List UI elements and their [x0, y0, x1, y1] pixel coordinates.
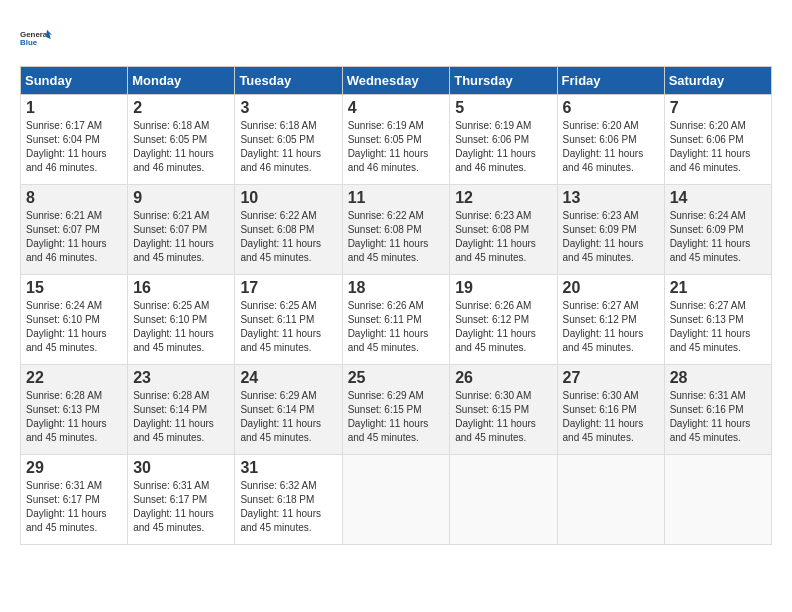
- header-day-monday: Monday: [128, 67, 235, 95]
- day-info: Sunrise: 6:20 AM Sunset: 6:06 PM Dayligh…: [670, 119, 766, 175]
- calendar-cell: [450, 455, 557, 545]
- calendar-cell: 5 Sunrise: 6:19 AM Sunset: 6:06 PM Dayli…: [450, 95, 557, 185]
- header-day-sunday: Sunday: [21, 67, 128, 95]
- day-number: 10: [240, 189, 336, 207]
- day-info: Sunrise: 6:21 AM Sunset: 6:07 PM Dayligh…: [133, 209, 229, 265]
- day-number: 21: [670, 279, 766, 297]
- day-info: Sunrise: 6:26 AM Sunset: 6:12 PM Dayligh…: [455, 299, 551, 355]
- day-info: Sunrise: 6:29 AM Sunset: 6:14 PM Dayligh…: [240, 389, 336, 445]
- calendar-cell: 19 Sunrise: 6:26 AM Sunset: 6:12 PM Dayl…: [450, 275, 557, 365]
- calendar-week-row: 15 Sunrise: 6:24 AM Sunset: 6:10 PM Dayl…: [21, 275, 772, 365]
- calendar-cell: 26 Sunrise: 6:30 AM Sunset: 6:15 PM Dayl…: [450, 365, 557, 455]
- day-info: Sunrise: 6:24 AM Sunset: 6:10 PM Dayligh…: [26, 299, 122, 355]
- day-number: 19: [455, 279, 551, 297]
- calendar-cell: 1 Sunrise: 6:17 AM Sunset: 6:04 PM Dayli…: [21, 95, 128, 185]
- day-info: Sunrise: 6:22 AM Sunset: 6:08 PM Dayligh…: [240, 209, 336, 265]
- day-info: Sunrise: 6:29 AM Sunset: 6:15 PM Dayligh…: [348, 389, 445, 445]
- header-day-saturday: Saturday: [664, 67, 771, 95]
- calendar-cell: 17 Sunrise: 6:25 AM Sunset: 6:11 PM Dayl…: [235, 275, 342, 365]
- day-number: 27: [563, 369, 659, 387]
- day-info: Sunrise: 6:31 AM Sunset: 6:17 PM Dayligh…: [26, 479, 122, 535]
- day-number: 24: [240, 369, 336, 387]
- day-info: Sunrise: 6:17 AM Sunset: 6:04 PM Dayligh…: [26, 119, 122, 175]
- day-number: 12: [455, 189, 551, 207]
- calendar-cell: 15 Sunrise: 6:24 AM Sunset: 6:10 PM Dayl…: [21, 275, 128, 365]
- day-number: 16: [133, 279, 229, 297]
- day-number: 6: [563, 99, 659, 117]
- day-number: 8: [26, 189, 122, 207]
- calendar-cell: 11 Sunrise: 6:22 AM Sunset: 6:08 PM Dayl…: [342, 185, 450, 275]
- day-info: Sunrise: 6:20 AM Sunset: 6:06 PM Dayligh…: [563, 119, 659, 175]
- calendar-cell: 4 Sunrise: 6:19 AM Sunset: 6:05 PM Dayli…: [342, 95, 450, 185]
- calendar-cell: [557, 455, 664, 545]
- calendar-cell: 8 Sunrise: 6:21 AM Sunset: 6:07 PM Dayli…: [21, 185, 128, 275]
- header-day-tuesday: Tuesday: [235, 67, 342, 95]
- calendar-week-row: 1 Sunrise: 6:17 AM Sunset: 6:04 PM Dayli…: [21, 95, 772, 185]
- day-number: 20: [563, 279, 659, 297]
- calendar-cell: 29 Sunrise: 6:31 AM Sunset: 6:17 PM Dayl…: [21, 455, 128, 545]
- day-info: Sunrise: 6:18 AM Sunset: 6:05 PM Dayligh…: [133, 119, 229, 175]
- day-info: Sunrise: 6:31 AM Sunset: 6:17 PM Dayligh…: [133, 479, 229, 535]
- header-day-friday: Friday: [557, 67, 664, 95]
- day-number: 14: [670, 189, 766, 207]
- calendar-cell: 3 Sunrise: 6:18 AM Sunset: 6:05 PM Dayli…: [235, 95, 342, 185]
- day-info: Sunrise: 6:31 AM Sunset: 6:16 PM Dayligh…: [670, 389, 766, 445]
- day-info: Sunrise: 6:26 AM Sunset: 6:11 PM Dayligh…: [348, 299, 445, 355]
- page-header: GeneralBlue: [20, 20, 772, 56]
- day-number: 13: [563, 189, 659, 207]
- calendar-week-row: 8 Sunrise: 6:21 AM Sunset: 6:07 PM Dayli…: [21, 185, 772, 275]
- day-info: Sunrise: 6:18 AM Sunset: 6:05 PM Dayligh…: [240, 119, 336, 175]
- calendar-cell: 31 Sunrise: 6:32 AM Sunset: 6:18 PM Dayl…: [235, 455, 342, 545]
- calendar-week-row: 22 Sunrise: 6:28 AM Sunset: 6:13 PM Dayl…: [21, 365, 772, 455]
- day-info: Sunrise: 6:23 AM Sunset: 6:08 PM Dayligh…: [455, 209, 551, 265]
- calendar-header-row: SundayMondayTuesdayWednesdayThursdayFrid…: [21, 67, 772, 95]
- day-number: 29: [26, 459, 122, 477]
- calendar-cell: 22 Sunrise: 6:28 AM Sunset: 6:13 PM Dayl…: [21, 365, 128, 455]
- day-info: Sunrise: 6:23 AM Sunset: 6:09 PM Dayligh…: [563, 209, 659, 265]
- calendar-cell: [342, 455, 450, 545]
- logo-icon: GeneralBlue: [20, 20, 56, 56]
- day-number: 9: [133, 189, 229, 207]
- calendar-cell: 25 Sunrise: 6:29 AM Sunset: 6:15 PM Dayl…: [342, 365, 450, 455]
- calendar-cell: 16 Sunrise: 6:25 AM Sunset: 6:10 PM Dayl…: [128, 275, 235, 365]
- calendar-cell: 2 Sunrise: 6:18 AM Sunset: 6:05 PM Dayli…: [128, 95, 235, 185]
- calendar-week-row: 29 Sunrise: 6:31 AM Sunset: 6:17 PM Dayl…: [21, 455, 772, 545]
- day-info: Sunrise: 6:32 AM Sunset: 6:18 PM Dayligh…: [240, 479, 336, 535]
- day-info: Sunrise: 6:21 AM Sunset: 6:07 PM Dayligh…: [26, 209, 122, 265]
- calendar-cell: 13 Sunrise: 6:23 AM Sunset: 6:09 PM Dayl…: [557, 185, 664, 275]
- day-number: 23: [133, 369, 229, 387]
- calendar-cell: [664, 455, 771, 545]
- svg-text:Blue: Blue: [20, 38, 38, 47]
- day-number: 31: [240, 459, 336, 477]
- calendar-cell: 24 Sunrise: 6:29 AM Sunset: 6:14 PM Dayl…: [235, 365, 342, 455]
- logo: GeneralBlue: [20, 20, 56, 56]
- calendar-cell: 20 Sunrise: 6:27 AM Sunset: 6:12 PM Dayl…: [557, 275, 664, 365]
- day-number: 18: [348, 279, 445, 297]
- calendar-cell: 10 Sunrise: 6:22 AM Sunset: 6:08 PM Dayl…: [235, 185, 342, 275]
- calendar-cell: 30 Sunrise: 6:31 AM Sunset: 6:17 PM Dayl…: [128, 455, 235, 545]
- day-info: Sunrise: 6:30 AM Sunset: 6:16 PM Dayligh…: [563, 389, 659, 445]
- calendar-cell: 7 Sunrise: 6:20 AM Sunset: 6:06 PM Dayli…: [664, 95, 771, 185]
- day-number: 15: [26, 279, 122, 297]
- day-info: Sunrise: 6:30 AM Sunset: 6:15 PM Dayligh…: [455, 389, 551, 445]
- calendar-cell: 9 Sunrise: 6:21 AM Sunset: 6:07 PM Dayli…: [128, 185, 235, 275]
- day-info: Sunrise: 6:28 AM Sunset: 6:13 PM Dayligh…: [26, 389, 122, 445]
- calendar-cell: 27 Sunrise: 6:30 AM Sunset: 6:16 PM Dayl…: [557, 365, 664, 455]
- day-number: 28: [670, 369, 766, 387]
- day-info: Sunrise: 6:22 AM Sunset: 6:08 PM Dayligh…: [348, 209, 445, 265]
- day-number: 1: [26, 99, 122, 117]
- day-number: 2: [133, 99, 229, 117]
- day-number: 22: [26, 369, 122, 387]
- day-info: Sunrise: 6:25 AM Sunset: 6:10 PM Dayligh…: [133, 299, 229, 355]
- calendar-cell: 28 Sunrise: 6:31 AM Sunset: 6:16 PM Dayl…: [664, 365, 771, 455]
- day-info: Sunrise: 6:24 AM Sunset: 6:09 PM Dayligh…: [670, 209, 766, 265]
- day-info: Sunrise: 6:27 AM Sunset: 6:13 PM Dayligh…: [670, 299, 766, 355]
- day-number: 7: [670, 99, 766, 117]
- day-number: 11: [348, 189, 445, 207]
- day-info: Sunrise: 6:19 AM Sunset: 6:06 PM Dayligh…: [455, 119, 551, 175]
- day-number: 25: [348, 369, 445, 387]
- day-number: 5: [455, 99, 551, 117]
- day-info: Sunrise: 6:19 AM Sunset: 6:05 PM Dayligh…: [348, 119, 445, 175]
- calendar-cell: 21 Sunrise: 6:27 AM Sunset: 6:13 PM Dayl…: [664, 275, 771, 365]
- day-info: Sunrise: 6:28 AM Sunset: 6:14 PM Dayligh…: [133, 389, 229, 445]
